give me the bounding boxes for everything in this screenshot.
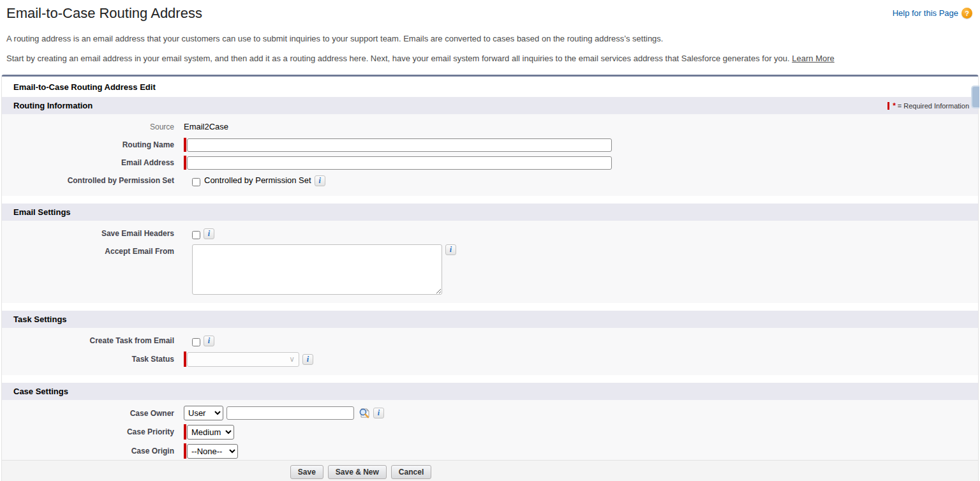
field-row-source: Source Email2Case bbox=[2, 118, 978, 136]
section-body-email-settings: Save Email Headers i Accept Email From i bbox=[2, 221, 978, 303]
accept-email-from-textarea[interactable] bbox=[192, 244, 442, 295]
task-status-select: ∨ bbox=[187, 352, 299, 367]
section-header-email-settings: Email Settings bbox=[2, 204, 978, 221]
create-task-label: Create Task from Email bbox=[2, 334, 184, 348]
footer-button-bar: Save Save & New Cancel bbox=[2, 460, 978, 481]
section-body-task-settings: Create Task from Email i Task Status ∨ i bbox=[2, 328, 978, 375]
required-legend-text: = Required Information bbox=[898, 102, 969, 110]
info-icon[interactable]: i bbox=[302, 354, 313, 365]
info-icon[interactable]: i bbox=[204, 336, 214, 346]
case-priority-label: Case Priority bbox=[2, 425, 184, 439]
field-row-case-owner: Case Owner User i bbox=[2, 404, 978, 422]
section-header-routing-information: Routing Information * = Required Informa… bbox=[2, 97, 978, 114]
section-header-task-settings: Task Settings bbox=[2, 311, 978, 328]
case-priority-select[interactable]: Medium bbox=[187, 425, 234, 440]
case-owner-input[interactable] bbox=[226, 406, 354, 420]
field-row-task-status: Task Status ∨ i bbox=[2, 350, 978, 369]
info-icon[interactable]: i bbox=[373, 408, 384, 418]
required-legend: * = Required Information bbox=[887, 101, 972, 110]
panel-header: Email-to-Case Routing Address Edit bbox=[2, 77, 978, 97]
required-bar-icon bbox=[184, 138, 186, 152]
section-title: Case Settings bbox=[13, 387, 68, 396]
required-bar-icon bbox=[184, 424, 186, 440]
section-title: Email Settings bbox=[13, 207, 71, 217]
cancel-button[interactable]: Cancel bbox=[391, 465, 431, 479]
required-star: * bbox=[893, 101, 896, 110]
create-task-checkbox[interactable] bbox=[192, 338, 200, 346]
save-email-headers-label: Save Email Headers bbox=[2, 226, 184, 241]
field-row-email-address: Email Address bbox=[2, 154, 978, 172]
help-for-this-page[interactable]: Help for this Page ? bbox=[893, 5, 974, 18]
section-title: Routing Information bbox=[13, 101, 93, 110]
save-button[interactable]: Save bbox=[290, 465, 323, 479]
source-label: Source bbox=[2, 120, 184, 134]
source-value: Email2Case bbox=[184, 120, 228, 134]
learn-more-link[interactable]: Learn More bbox=[792, 54, 834, 63]
save-email-headers-checkbox[interactable] bbox=[192, 231, 200, 239]
info-icon[interactable]: i bbox=[445, 244, 456, 255]
intro-paragraph-2: Start by creating an email address in yo… bbox=[0, 54, 980, 63]
field-row-case-origin: Case Origin --None-- bbox=[2, 441, 978, 461]
intro-paragraph-1: A routing address is an email address th… bbox=[0, 34, 980, 43]
case-origin-select[interactable]: --None-- bbox=[187, 444, 238, 459]
section-body-case-settings: Case Owner User i Case Priority bbox=[2, 400, 978, 467]
save-and-new-button[interactable]: Save & New bbox=[328, 465, 387, 479]
lookup-magnifier-icon[interactable] bbox=[358, 407, 370, 419]
section-header-case-settings: Case Settings bbox=[2, 383, 978, 400]
info-icon[interactable]: i bbox=[204, 228, 214, 239]
field-row-case-priority: Case Priority Medium bbox=[2, 422, 978, 441]
required-bar-icon bbox=[887, 102, 889, 110]
field-row-permission-set: Controlled by Permission Set Controlled … bbox=[2, 172, 978, 189]
field-row-accept-email-from: Accept Email From i bbox=[2, 242, 978, 297]
accept-email-from-label: Accept Email From bbox=[2, 244, 184, 258]
info-icon[interactable]: i bbox=[315, 175, 325, 186]
section-title: Task Settings bbox=[13, 314, 67, 324]
permission-set-checkbox-label: Controlled by Permission Set bbox=[204, 175, 311, 186]
field-row-create-task: Create Task from Email i bbox=[2, 332, 978, 350]
field-row-save-email-headers: Save Email Headers i bbox=[2, 225, 978, 242]
sidebar-collapse-tab[interactable] bbox=[971, 85, 979, 108]
permission-set-label: Controlled by Permission Set bbox=[2, 174, 184, 188]
help-link[interactable]: Help for this Page bbox=[893, 8, 958, 18]
permission-set-checkbox[interactable] bbox=[192, 178, 200, 186]
help-question-icon[interactable]: ? bbox=[961, 8, 972, 18]
email-address-input[interactable] bbox=[187, 156, 612, 170]
required-bar-icon bbox=[184, 352, 186, 367]
routing-name-label: Routing Name bbox=[2, 138, 184, 152]
task-status-label: Task Status bbox=[2, 352, 184, 366]
case-origin-label: Case Origin bbox=[2, 444, 184, 458]
page-title: Email-to-Case Routing Address bbox=[6, 5, 202, 22]
field-row-routing-name: Routing Name bbox=[2, 136, 978, 154]
section-body-routing-information: Source Email2Case Routing Name Email Add… bbox=[2, 114, 978, 196]
edit-panel: Email-to-Case Routing Address Edit Routi… bbox=[1, 75, 979, 481]
intro-paragraph-2-text: Start by creating an email address in yo… bbox=[6, 54, 790, 63]
case-owner-label: Case Owner bbox=[2, 406, 184, 420]
case-owner-type-select[interactable]: User bbox=[184, 406, 223, 420]
chevron-down-icon: ∨ bbox=[289, 355, 295, 363]
required-bar-icon bbox=[184, 156, 186, 170]
email-address-label: Email Address bbox=[2, 156, 184, 170]
page-header: Email-to-Case Routing Address Help for t… bbox=[0, 0, 980, 22]
routing-name-input[interactable] bbox=[187, 138, 612, 152]
required-bar-icon bbox=[184, 443, 186, 459]
